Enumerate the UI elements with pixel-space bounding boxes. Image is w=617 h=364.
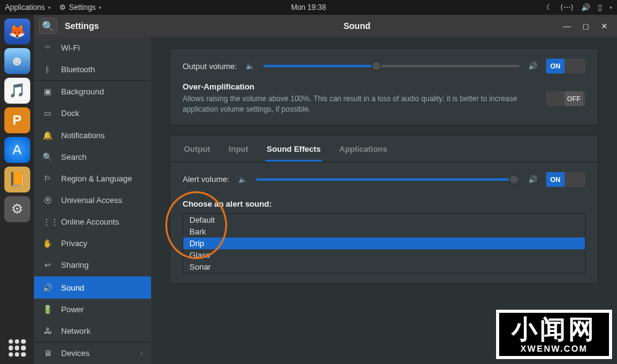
search-icon: 🔍 (42, 20, 54, 32)
tab-output[interactable]: Output (183, 138, 212, 162)
volume-tray-icon[interactable]: 🔊 (581, 3, 590, 12)
sidebar-item-label: Network (61, 326, 91, 336)
sidebar-item-region-language[interactable]: 🏳Region & Language (34, 168, 151, 189)
search-button[interactable]: 🔍 (39, 18, 57, 34)
alert-volume-switch[interactable]: ON (546, 172, 586, 187)
titlebar: 🔍 Settings Sound — ◻ ✕ (34, 15, 617, 37)
music-icon[interactable]: 🎵 (4, 78, 30, 104)
alert-sound-default[interactable]: Default (183, 214, 585, 226)
universal-access-icon: ⦿ (43, 196, 52, 205)
sidebar-item-label: Region & Language (61, 174, 132, 183)
choose-sound-label: Choose an alert sound: (183, 199, 586, 209)
sidebar-item-label: Online Accounts (61, 217, 119, 226)
background-icon: ▣ (43, 87, 52, 96)
tab-sound-effects[interactable]: Sound Effects (265, 138, 321, 162)
show-applications[interactable] (6, 337, 28, 359)
switch-off-label: OFF (565, 91, 583, 106)
switch-on-label: ON (546, 172, 565, 187)
drive-icon[interactable]: 📙 (4, 167, 30, 192)
speaker-low-icon: 🔈 (246, 62, 255, 70)
search-icon: 🔍 (43, 152, 52, 162)
sidebar-item-label: Sound (61, 283, 85, 292)
appstore-icon[interactable]: A (4, 137, 30, 163)
sidebar-item-label: Dock (61, 109, 80, 118)
alert-sound-list: DefaultBarkDripGlassSonar (183, 213, 586, 273)
sidebar-item-label: Privacy (61, 239, 88, 248)
battery-tray-icon[interactable]: ▯ (598, 3, 602, 12)
clock[interactable]: Mon 19:38 (291, 3, 326, 12)
watermark-big: 小闻网 (511, 316, 597, 342)
sidebar: ⌔Wi-FiᛒBluetooth▣Background▭Dock🔔Notific… (34, 37, 151, 364)
output-volume-label: Output volume: (183, 62, 237, 71)
night-light-icon[interactable]: ☾ (546, 3, 553, 12)
power-icon: 🔋 (43, 305, 52, 314)
maximize-button[interactable]: ◻ (581, 22, 590, 30)
top-panel: Applications ▾ ⚙ Settings ▾ Mon 19:38 ☾ … (0, 0, 617, 15)
sidebar-item-privacy[interactable]: ✋Privacy (34, 233, 151, 254)
sidebar-item-network[interactable]: 🖧Network (34, 320, 151, 342)
sidebar-item-dock[interactable]: ▭Dock (34, 102, 151, 124)
overamp-switch[interactable]: OFF (546, 91, 586, 106)
speaker-high-icon: 🔊 (528, 175, 537, 184)
applications-menu[interactable]: Applications ▾ (5, 3, 51, 12)
sidebar-item-bluetooth[interactable]: ᛒBluetooth (34, 59, 151, 80)
tab-input[interactable]: Input (228, 138, 250, 162)
tabs: OutputInputSound EffectsApplications (170, 136, 598, 162)
finder-icon[interactable]: ☻ (4, 48, 30, 74)
chevron-right-icon: › (141, 350, 143, 357)
sidebar-item-label: Notifications (61, 131, 105, 140)
alert-volume-label: Alert volume: (183, 175, 230, 184)
alert-volume-slider[interactable] (256, 178, 520, 181)
sidebar-item-devices[interactable]: 🖥Devices› (34, 342, 151, 364)
online-accounts-icon: ⋮⋮ (43, 217, 52, 226)
dock-icon: ▭ (43, 109, 52, 118)
sidebar-item-wi-fi[interactable]: ⌔Wi-Fi (34, 37, 151, 59)
sound-icon: 🔊 (43, 283, 52, 292)
sidebar-item-search[interactable]: 🔍Search (34, 146, 151, 168)
sound-tabs-panel: OutputInputSound EffectsApplications Ale… (170, 135, 598, 284)
active-app-label: Settings (69, 3, 96, 12)
dock: 🦊 ☻ 🎵 P A 📙 ⚙ (0, 15, 34, 364)
alert-sound-bark[interactable]: Bark (183, 226, 585, 238)
close-button[interactable]: ✕ (600, 22, 608, 30)
watermark: 小闻网 XWENW.COM (496, 310, 612, 359)
alert-sound-sonar[interactable]: Sonar (183, 261, 585, 273)
chevron-down-icon: ▾ (48, 5, 51, 10)
alert-sound-glass[interactable]: Glass (183, 249, 585, 261)
overamp-title: Over-Amplification (183, 82, 586, 91)
speaker-high-icon: 🔊 (528, 62, 537, 70)
privacy-icon: ✋ (43, 239, 52, 248)
sidebar-item-label: Bluetooth (61, 65, 95, 74)
sidebar-item-sharing[interactable]: ↩Sharing (34, 254, 151, 276)
system-menu-toggle[interactable]: ▾ (610, 5, 612, 10)
speaker-low-icon: 🔈 (238, 175, 247, 184)
output-volume-slider[interactable] (263, 65, 520, 67)
page-title: Sound (151, 21, 563, 31)
minimize-button[interactable]: — (563, 22, 571, 30)
sidebar-item-label: Wi-Fi (61, 43, 80, 52)
sidebar-item-background[interactable]: ▣Background (34, 81, 151, 102)
sidebar-item-power[interactable]: 🔋Power (34, 299, 151, 320)
network-icon: 🖧 (43, 326, 52, 336)
firefox-icon[interactable]: 🦊 (4, 19, 30, 44)
sidebar-item-sound[interactable]: 🔊Sound (34, 276, 151, 298)
sidebar-item-label: Sharing (61, 260, 89, 270)
sidebar-item-label: Devices (61, 349, 89, 358)
sidebar-item-universal-access[interactable]: ⦿Universal Access (34, 189, 151, 211)
active-app-menu[interactable]: ⚙ Settings ▾ (59, 3, 101, 12)
sidebar-item-label: Power (61, 305, 84, 314)
alert-sound-drip[interactable]: Drip (183, 238, 585, 249)
output-volume-switch[interactable]: ON (546, 59, 586, 73)
sidebar-item-online-accounts[interactable]: ⋮⋮Online Accounts (34, 211, 151, 233)
presentation-icon[interactable]: P (4, 107, 30, 133)
tab-applications[interactable]: Applications (338, 138, 389, 162)
chevron-down-icon: ▾ (99, 5, 101, 10)
settings-dock-icon[interactable]: ⚙ (4, 196, 30, 222)
region-icon: 🏳 (43, 174, 52, 183)
network-tray-icon[interactable]: ⟨⋯⟩ (560, 3, 574, 12)
sidebar-item-notifications[interactable]: 🔔Notifications (34, 125, 151, 146)
settings-tray-icon: ⚙ (59, 3, 66, 12)
output-volume-panel: Output volume: 🔈 🔊 ON Over-Amplification… (170, 48, 598, 125)
sidebar-item-label: Universal Access (61, 196, 122, 205)
switch-on-label: ON (546, 59, 565, 73)
